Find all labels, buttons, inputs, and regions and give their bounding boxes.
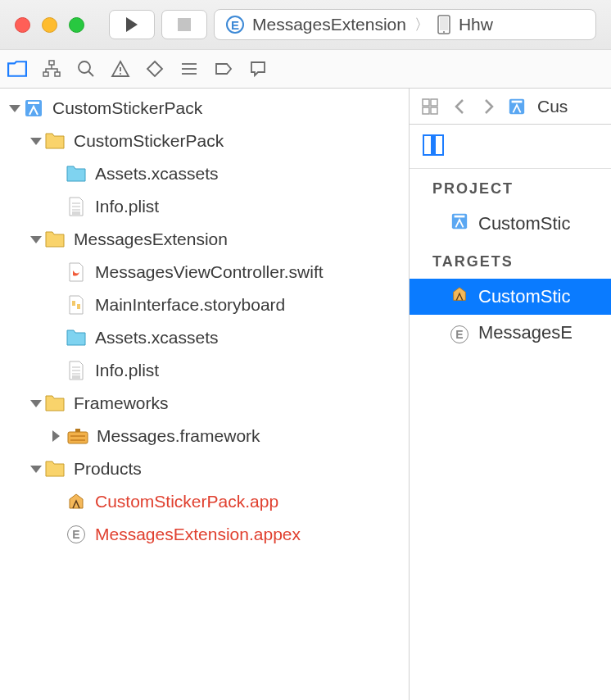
target-item-label: CustomStic xyxy=(478,286,570,307)
svg-rect-28 xyxy=(70,435,85,437)
svg-rect-2 xyxy=(440,17,448,30)
tree-group[interactable]: Products xyxy=(0,452,409,485)
folder-icon xyxy=(7,59,27,79)
editor-jump-bar: Cus xyxy=(410,89,611,125)
tree-item[interactable]: Assets.xcassets xyxy=(0,157,409,190)
tree-item-label: Messages.framework xyxy=(97,426,260,446)
scheme-selector[interactable]: E MessagesExtension 〉 Hhw xyxy=(214,9,596,40)
svg-rect-27 xyxy=(75,429,80,432)
svg-rect-25 xyxy=(72,375,80,379)
test-navigator-tab[interactable] xyxy=(138,50,172,88)
tree-group[interactable]: Frameworks xyxy=(0,387,409,420)
find-navigator-tab[interactable] xyxy=(69,50,103,88)
outline-toggle-button[interactable] xyxy=(423,134,444,156)
tree-item[interactable]: CustomStickerPack.app xyxy=(0,485,409,518)
svg-rect-15 xyxy=(28,102,39,104)
app-target-icon xyxy=(450,285,468,308)
svg-rect-32 xyxy=(423,107,429,114)
tree-item[interactable]: Messages.framework xyxy=(0,420,409,452)
tree-item-label: Info.plist xyxy=(95,361,159,380)
folder-icon xyxy=(44,130,66,152)
tree-item[interactable]: Assets.xcassets xyxy=(0,321,409,354)
svg-rect-33 xyxy=(431,107,437,114)
svg-rect-31 xyxy=(431,99,437,106)
folder-icon xyxy=(44,458,66,480)
stop-icon xyxy=(177,17,192,32)
tree-item-label: MessagesViewController.swift xyxy=(95,262,324,282)
navigator-selector-bar xyxy=(0,49,611,89)
xcassets-icon xyxy=(66,163,87,184)
svg-point-7 xyxy=(79,61,90,73)
symbol-navigator-tab[interactable] xyxy=(34,50,69,88)
tree-item[interactable]: Info.plist xyxy=(0,190,409,223)
zoom-window-button[interactable] xyxy=(69,17,84,33)
iphone-icon xyxy=(437,15,450,34)
folder-icon xyxy=(44,393,66,414)
tree-root[interactable]: CustomStickerPack xyxy=(0,92,409,125)
debug-navigator-tab[interactable] xyxy=(172,50,206,88)
issue-navigator-tab[interactable] xyxy=(103,50,138,88)
tree-item-label: Assets.xcassets xyxy=(95,328,219,348)
tree-root-label: CustomStickerPack xyxy=(52,98,202,118)
tree-item-label: MainInterface.storyboard xyxy=(95,295,285,315)
folder-icon xyxy=(44,229,66,250)
project-navigator: CustomStickerPack CustomStickerPack Asse… xyxy=(0,89,410,700)
svg-rect-21 xyxy=(77,304,80,309)
editor-area: Cus PROJECT CustomStic TARGETS CustomSti… xyxy=(410,89,611,700)
nav-back-button[interactable] xyxy=(449,96,470,117)
target-list-item[interactable]: CustomStic xyxy=(410,279,611,315)
tree-item-label: Assets.xcassets xyxy=(95,164,219,184)
tree-item-label: CustomStickerPack.app xyxy=(95,492,278,511)
nav-forward-button[interactable] xyxy=(478,96,500,117)
tree-group[interactable]: MessagesExtension xyxy=(0,223,409,256)
svg-rect-37 xyxy=(455,216,465,218)
jump-bar-crumb[interactable]: Cus xyxy=(537,97,568,116)
storyboard-icon xyxy=(66,294,87,316)
breakpoint-navigator-tab[interactable] xyxy=(206,50,241,88)
svg-rect-29 xyxy=(70,439,85,441)
svg-rect-5 xyxy=(43,72,48,76)
run-button[interactable] xyxy=(109,10,155,39)
tree-group-label: MessagesExtension xyxy=(74,230,228,249)
tree-group-label: CustomStickerPack xyxy=(74,131,224,151)
scheme-name: MessagesExtension xyxy=(252,15,406,34)
chevron-right-icon: 〉 xyxy=(414,15,429,34)
target-item-label: MessagesE xyxy=(478,322,573,343)
svg-rect-26 xyxy=(68,432,88,443)
hierarchy-icon xyxy=(42,59,61,79)
tree-group-label: Products xyxy=(74,459,142,479)
minimize-window-button[interactable] xyxy=(42,17,57,33)
tree-item-label: Info.plist xyxy=(95,197,159,216)
breakpoint-icon xyxy=(214,59,233,79)
close-window-button[interactable] xyxy=(15,17,30,33)
svg-point-3 xyxy=(443,31,445,33)
project-navigator-tab[interactable] xyxy=(0,50,34,88)
framework-icon xyxy=(67,425,88,447)
tree-item[interactable]: Info.plist xyxy=(0,354,409,387)
xcode-project-icon xyxy=(450,212,468,235)
targets-section-header: TARGETS xyxy=(410,242,611,279)
report-navigator-tab[interactable] xyxy=(241,50,275,88)
tree-item[interactable]: E MessagesExtension.appex xyxy=(0,518,409,551)
tree-item[interactable]: MainInterface.storyboard xyxy=(0,289,409,321)
project-section-header: PROJECT xyxy=(410,169,611,206)
svg-rect-0 xyxy=(178,18,191,31)
extension-badge-icon: E xyxy=(226,16,244,34)
target-list-item[interactable]: E MessagesE xyxy=(410,315,611,351)
extension-target-icon: E xyxy=(450,322,468,343)
diamond-icon xyxy=(145,59,165,79)
related-items-button[interactable] xyxy=(419,96,441,117)
gauge-icon xyxy=(179,59,199,79)
tree-item[interactable]: MessagesViewController.swift xyxy=(0,256,409,289)
app-product-icon xyxy=(66,491,87,512)
tree-group-label: Frameworks xyxy=(74,393,169,413)
xcassets-icon xyxy=(66,327,87,348)
xcode-project-icon xyxy=(23,98,44,119)
stop-button[interactable] xyxy=(161,10,207,39)
tree-group[interactable]: CustomStickerPack xyxy=(0,125,409,157)
plist-icon xyxy=(66,196,87,217)
window-controls xyxy=(15,17,84,33)
swift-file-icon xyxy=(66,261,87,283)
project-list-item[interactable]: CustomStic xyxy=(410,206,611,242)
appex-product-icon: E xyxy=(66,524,87,545)
